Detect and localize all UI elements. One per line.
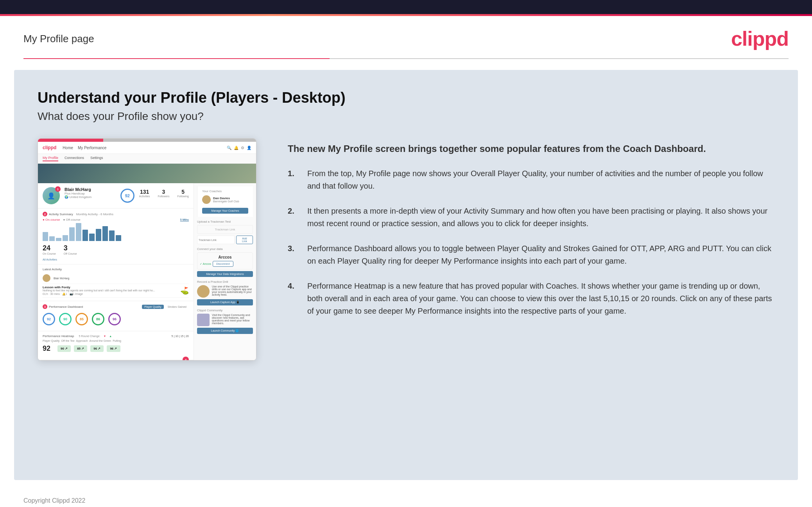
mock-latest-title: Latest Activity	[43, 268, 189, 271]
heatmap-label: Performance Heatmap	[43, 334, 74, 338]
heatmap-round-label: 5 Round Change:	[79, 335, 100, 337]
coaches-title: Your Coaches	[202, 189, 248, 193]
mock-heatmap-values: 92 90 ↗ 85 ↗ 96 ↗ 96 ↗	[43, 342, 189, 355]
mock-two-panel: 👤 1 Blair McHarg Plus Handicap 🌍 United …	[38, 183, 256, 360]
all-activities-link[interactable]: All Activities	[43, 258, 189, 261]
mock-profile-header: 👤 1 Blair McHarg Plus Handicap 🌍 United …	[38, 183, 194, 209]
mock-stat-activities: 131 Activities	[139, 189, 150, 204]
bar-7	[89, 234, 95, 241]
heatmap-rounds: 5 | 10 | 15 | 20	[172, 335, 189, 337]
heatmap-cell-ott: 90 ↗	[57, 345, 71, 352]
bar-5	[76, 223, 81, 241]
mock-activity-title: 2 Activity Summary Monthly Activity - 6 …	[43, 212, 189, 216]
mock-profile-name: Blair McHarg	[65, 187, 116, 192]
mock-perf-title: 3 Performance Dashboard Player Quality S…	[43, 304, 189, 309]
heatmap-col-quality: Player Quality	[43, 339, 60, 342]
list-item-1: From the top, My Profile page now shows …	[288, 167, 774, 192]
quality-ring: 92	[120, 189, 134, 203]
text-content: The new My Profile screen brings togethe…	[288, 138, 774, 330]
community-content: Visit the Clippd Community and discover …	[197, 314, 253, 326]
bar-2	[56, 238, 61, 241]
mock-nav-links: Home My Performance	[63, 146, 106, 150]
trackman-link-box: Trackman Link	[197, 225, 253, 234]
badge-1: 1	[55, 186, 61, 192]
stat-following-val: 5	[177, 189, 189, 195]
ring-ott: 90	[59, 313, 72, 325]
mock-connect: Connect your data Arccos ✓ Arccos Discon…	[197, 247, 253, 277]
mock-activity-section: 2 Activity Summary Monthly Activity - 6 …	[38, 209, 194, 264]
lesson-desc: Nothing to feel like my agents are comin…	[43, 289, 177, 292]
ring-arg: 86	[92, 313, 104, 325]
arccos-disconnect-btn[interactable]: Disconnect	[213, 261, 233, 267]
launch-community-btn[interactable]: Launch Community 🌐	[197, 328, 253, 334]
heatmap-col-arg: Around the Green	[90, 339, 111, 342]
user-icon: 👤	[247, 146, 251, 150]
mock-profile-location: 🌍 United Kingdom	[65, 195, 116, 199]
mock-nav-home: Home	[63, 146, 73, 150]
stat-followers-val: 3	[158, 189, 169, 195]
mock-stats: 131 Activities 3 Followers 5 Following	[139, 189, 189, 204]
mock-coach-item: Dan Davies Barnmigale Golf Club	[202, 195, 248, 204]
drill-title: Record a Practice Drill	[197, 280, 253, 284]
trackman-actions: Add Link	[197, 236, 253, 244]
heatmap-col-putt: Putting	[113, 339, 121, 342]
mock-lesson-item: Lesson with Fordy Nothing to feel like m…	[43, 284, 189, 298]
mock-perf-section: 3 Performance Dashboard Player Quality S…	[38, 301, 194, 331]
perf-toggle-sg: Strokes Gained	[165, 305, 189, 309]
community-title: Clippd Community	[197, 309, 253, 312]
section-title: Understand your Profile (Players - Deskt…	[38, 89, 774, 106]
mock-trackman: Upload a Trackman Test Trackman Link Add…	[197, 220, 253, 244]
mock-community: Clippd Community Visit the Clippd Commun…	[197, 309, 253, 334]
mock-activity-item-1: Blair McHarg	[43, 273, 189, 284]
mock-tab-connections: Connections	[65, 156, 84, 161]
bar-9	[102, 226, 108, 241]
activity-avatar	[43, 274, 50, 282]
mock-bar-chart	[43, 223, 189, 243]
trackman-input[interactable]	[197, 236, 235, 244]
bar-0	[43, 232, 48, 241]
off-course-lbl: Off Course	[64, 252, 77, 255]
trackman-add-btn[interactable]: Add Link	[236, 236, 253, 244]
ring-putt: 96	[108, 313, 121, 325]
bar-4	[69, 227, 75, 241]
mock-coaches: Your Coaches Dan Davies Barnmigale Golf …	[197, 186, 253, 217]
header: My Profile page clippd	[0, 16, 812, 58]
heatmap-cell-putt: 96 ↗	[107, 345, 120, 352]
arccos-panel: Arccos ✓ Arccos Disconnect	[197, 252, 253, 270]
ring-app: 85	[75, 313, 88, 325]
manage-integrations-btn[interactable]: Manage Your Data Integrations	[197, 271, 253, 277]
perf-toggle-quality: Player Quality	[142, 305, 164, 309]
stat-following-lbl: Following	[177, 195, 189, 198]
launch-capture-btn[interactable]: Launch Capture App 📱	[197, 299, 253, 305]
activity-legend: ● On-course ● Off-course 5 Mths	[43, 218, 189, 221]
off-course-val: 3	[64, 244, 77, 252]
heatmap-col-approach: Approach	[76, 339, 88, 342]
activity-text-1: Blair McHarg	[54, 277, 69, 280]
mock-avatar: 👤 1	[43, 187, 60, 204]
manage-coaches-btn[interactable]: Manage Your Coaches	[202, 208, 248, 214]
activity-months: Monthly Activity - 6 Months	[76, 212, 113, 216]
mock-nav: clippd Home My Performance 🔍 🔔 ⚙ 👤	[38, 142, 256, 154]
heatmap-num-arg: 96 ↗	[93, 347, 100, 350]
mock-right-panel: Your Coaches Dan Davies Barnmigale Golf …	[194, 183, 256, 360]
stat-activities-val: 131	[139, 189, 150, 195]
mock-header-band	[38, 139, 256, 142]
quality-value: 92	[125, 193, 130, 198]
mock-heatmap-labels: Player Quality Off the Tee Approach Arou…	[43, 339, 189, 342]
main-content: Understand your Profile (Players - Deskt…	[14, 70, 798, 480]
badge-4: 4	[183, 357, 189, 361]
mock-tab-settings: Settings	[90, 156, 103, 161]
mock-nav-icons: 🔍 🔔 ⚙ 👤	[227, 146, 251, 150]
heatmap-num-app: 85 ↗	[77, 347, 84, 350]
mock-left-panel: 👤 1 Blair McHarg Plus Handicap 🌍 United …	[38, 183, 194, 360]
list-item-3-text: Performance Dashboard allows you to togg…	[307, 242, 774, 267]
lesson-title: Lesson with Fordy	[43, 286, 177, 289]
lesson-meta: 01:h · 30 mins · 🔔1 · 📷1 Image	[43, 293, 177, 296]
mock-profile-info: Blair McHarg Plus Handicap 🌍 United King…	[65, 187, 116, 204]
bar-1	[49, 236, 55, 241]
intro-text: The new My Profile screen brings togethe…	[288, 142, 774, 155]
list-item-4: Performance Heatmap is a new feature tha…	[288, 280, 774, 317]
perf-label: Performance Dashboard	[49, 305, 83, 309]
coach-club: Barnmigale Golf Club	[213, 200, 239, 203]
heatmap-pos: ▲	[109, 335, 112, 337]
